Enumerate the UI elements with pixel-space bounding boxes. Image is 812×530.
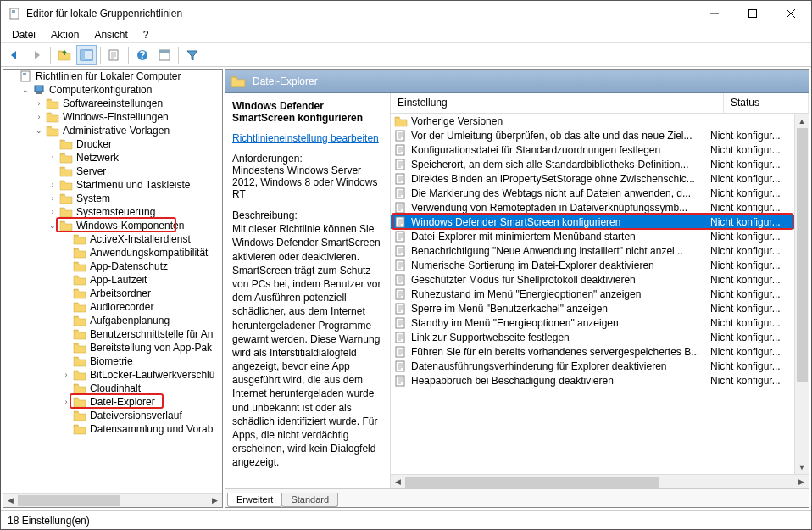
tree-item-server[interactable]: Server [3, 165, 222, 178]
menu-file[interactable]: Datei [6, 27, 42, 42]
up-button[interactable] [54, 45, 75, 65]
tab-extended[interactable]: Erweitert [227, 493, 282, 507]
expander-icon[interactable] [61, 410, 71, 421]
tree-item-admin_templates[interactable]: ⌄Administrative Vorlagen [3, 124, 222, 137]
tree-item-app_laufzeit[interactable]: App-Laufzeit [3, 273, 222, 287]
tree-item-bitlocker[interactable]: ›BitLocker-Laufwerkverschlü [3, 368, 222, 382]
tree-item-computer[interactable]: ⌄Computerkonfiguration [3, 83, 222, 97]
expander-icon[interactable] [61, 356, 71, 366]
list-row[interactable]: Ruhezustand im Menü "Energieoptionen" an… [391, 287, 794, 301]
expander-icon[interactable] [61, 424, 71, 434]
expander-icon[interactable]: › [34, 98, 44, 109]
expander-icon[interactable] [61, 248, 71, 258]
tree-item-root[interactable]: Richtlinien für Lokaler Computer [3, 70, 222, 83]
tree-body[interactable]: Richtlinien für Lokaler Computer⌄Compute… [3, 70, 222, 493]
tree-item-win_components[interactable]: ⌄Windows-Komponenten [3, 219, 222, 232]
expander-icon[interactable]: ⌄ [47, 220, 58, 231]
expander-icon[interactable]: › [47, 153, 58, 163]
menu-view[interactable]: Ansicht [88, 27, 133, 42]
list-row[interactable]: Datei-Explorer mit minimiertem Menüband … [391, 229, 794, 243]
expander-icon[interactable] [61, 383, 71, 393]
tree-item-anwendungskompat[interactable]: Anwendungskompatibilität [3, 246, 222, 259]
maximize-button[interactable] [733, 1, 771, 26]
expander-icon[interactable]: › [47, 207, 58, 217]
expander-icon[interactable] [61, 302, 71, 312]
expander-icon[interactable]: › [47, 193, 58, 204]
expander-icon[interactable] [61, 315, 71, 326]
expander-icon[interactable]: › [34, 112, 44, 122]
expander-icon[interactable]: › [47, 180, 58, 190]
expander-icon[interactable] [47, 166, 58, 176]
expander-icon[interactable]: ⌄ [34, 126, 44, 136]
tree-item-aufgabenplanung[interactable]: Aufgabenplanung [3, 314, 222, 327]
tree-item-startmenu[interactable]: ›Startmenü und Taskleiste [3, 178, 222, 192]
list-row[interactable]: Sperre im Menü "Benutzerkachel" anzeigen… [391, 301, 794, 315]
list-row[interactable]: Numerische Sortierung im Datei-Explorer … [391, 258, 794, 272]
list-row[interactable]: Standby im Menü "Energieoptionen" anzeig… [391, 315, 794, 330]
menu-action[interactable]: Aktion [45, 27, 85, 42]
tree-item-drucker[interactable]: Drucker [3, 137, 222, 151]
tree-item-benutzerschnitt[interactable]: Benutzerschnittstelle für An [3, 327, 222, 341]
list-scroll-v[interactable]: ▲▼ [794, 114, 809, 474]
show-tree-button[interactable] [76, 45, 97, 65]
tab-standard[interactable]: Standard [281, 493, 338, 507]
list-scroll-h[interactable]: ◀▶ [391, 474, 809, 488]
list-row[interactable]: Speicherort, an dem sich alle Standardbi… [391, 157, 794, 171]
tree-item-cloudinhalt[interactable]: Cloudinhalt [3, 382, 222, 395]
list-header[interactable]: Einstellung Status [391, 93, 809, 114]
tree-item-bereitstellung[interactable]: Bereitstellung von App-Pak [3, 341, 222, 354]
list-body[interactable]: Vorherige VersionenVor der Umleitung übe… [391, 114, 794, 474]
expander-icon[interactable] [7, 71, 17, 81]
help-button[interactable]: ? [132, 45, 153, 65]
list-row[interactable]: Direktes Binden an IPropertySetStorage o… [391, 171, 794, 186]
tree-item-app_datenschutz[interactable]: App-Datenschutz [3, 259, 222, 273]
list-row[interactable]: Benachrichtigung "Neue Anwendung install… [391, 243, 794, 258]
tree-item-arbeitsordner[interactable]: Arbeitsordner [3, 287, 222, 300]
list-row[interactable]: Geschützter Modus für Shellprotokoll dea… [391, 272, 794, 287]
menu-help[interactable]: ? [137, 27, 155, 42]
tree-scroll-h[interactable]: ◀▶ [3, 493, 222, 507]
tree-item-netzwerk[interactable]: ›Netzwerk [3, 151, 222, 165]
filter-button[interactable] [182, 45, 203, 65]
list-row[interactable]: Führen Sie für ein bereits vorhandenes s… [391, 344, 794, 359]
expander-icon[interactable] [61, 288, 71, 298]
properties-button[interactable] [154, 45, 175, 65]
tree-item-software[interactable]: ›Softwareeinstellungen [3, 97, 222, 110]
tree-item-datei_explorer[interactable]: ›Datei-Explorer [3, 395, 222, 409]
list-row[interactable]: Vorherige Versionen [391, 114, 794, 128]
list-row[interactable]: Verwendung von Remotepfaden in Dateiverk… [391, 200, 794, 215]
expander-icon[interactable] [61, 275, 71, 285]
list-row[interactable]: Heapabbruch bei Beschädigung deaktiviere… [391, 373, 794, 388]
expander-icon[interactable] [61, 343, 71, 353]
tree-item-system[interactable]: ›System [3, 192, 222, 205]
export-button[interactable] [104, 45, 125, 65]
expander-icon[interactable]: › [61, 370, 71, 380]
list-row[interactable]: Vor der Umleitung überprüfen, ob das alt… [391, 128, 794, 142]
tree-item-systemsteuerung[interactable]: ›Systemsteuerung [3, 205, 222, 219]
list-row[interactable]: Konfigurationsdatei für Standardzuordnun… [391, 142, 794, 157]
expander-icon[interactable] [47, 139, 58, 149]
expander-icon[interactable]: › [61, 397, 71, 407]
column-status[interactable]: Status [724, 93, 809, 113]
list-row[interactable]: Windows Defender SmartScreen konfigurier… [391, 215, 794, 229]
list-row[interactable]: Link zur Supportwebseite festlegenNicht … [391, 330, 794, 344]
back-button[interactable] [4, 45, 25, 65]
expander-icon[interactable] [61, 234, 71, 244]
column-name[interactable]: Einstellung [391, 93, 724, 113]
forward-button[interactable] [26, 45, 47, 65]
tree-item-datensammlung[interactable]: Datensammlung und Vorab [3, 422, 222, 436]
expander-icon[interactable] [61, 261, 71, 271]
tree-item-windows_settings[interactable]: ›Windows-Einstellungen [3, 110, 222, 124]
list-row[interactable]: Datenausführungsverhinderung für Explore… [391, 359, 794, 373]
tree-item-biometrie[interactable]: Biometrie [3, 354, 222, 368]
close-button[interactable] [771, 1, 809, 26]
list-row[interactable]: Die Markierung des Webtags nicht auf Dat… [391, 186, 794, 200]
policy-status: Nicht konfigur... [710, 274, 791, 286]
tree-item-activex[interactable]: ActiveX-Installerdienst [3, 232, 222, 246]
tree-item-dateiversionsverlauf[interactable]: Dateiversionsverlauf [3, 409, 222, 422]
minimize-button[interactable] [695, 1, 733, 26]
tree-item-audiorecorder[interactable]: Audiorecorder [3, 300, 222, 314]
expander-icon[interactable]: ⌄ [20, 85, 31, 95]
expander-icon[interactable] [61, 329, 71, 339]
edit-policy-link[interactable]: Richtlinieneinstellung bearbeiten [232, 132, 383, 144]
